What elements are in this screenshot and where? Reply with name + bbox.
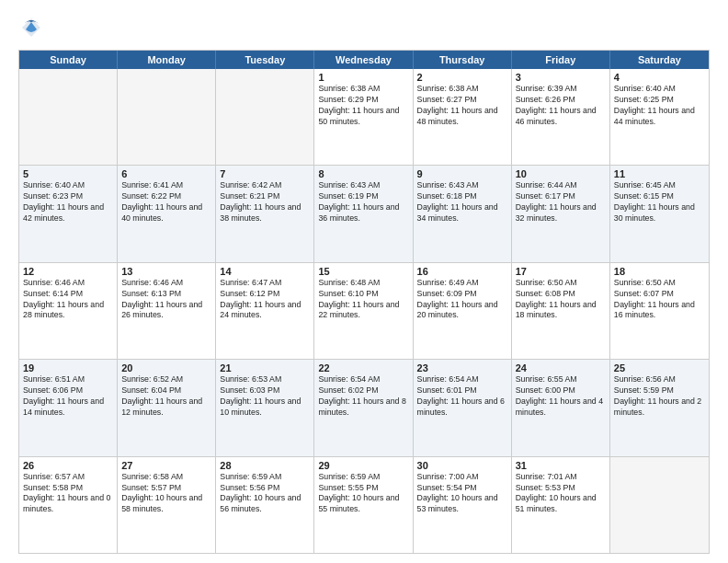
cell-info: Sunrise: 6:46 AM Sunset: 6:13 PM Dayligh… — [121, 278, 211, 322]
calendar-cell-29: 29Sunrise: 6:59 AM Sunset: 5:55 PM Dayli… — [314, 457, 413, 553]
calendar-cell-20: 20Sunrise: 6:52 AM Sunset: 6:04 PM Dayli… — [118, 360, 216, 455]
header-day-tuesday: Tuesday — [216, 51, 314, 69]
logo-icon — [18, 15, 44, 40]
day-number: 18 — [614, 266, 705, 277]
cell-info: Sunrise: 6:41 AM Sunset: 6:22 PM Dayligh… — [121, 180, 211, 224]
cell-info: Sunrise: 6:44 AM Sunset: 6:17 PM Dayligh… — [516, 180, 606, 224]
cell-info: Sunrise: 6:49 AM Sunset: 6:09 PM Dayligh… — [417, 278, 507, 322]
calendar-cell-27: 27Sunrise: 6:58 AM Sunset: 5:57 PM Dayli… — [118, 457, 216, 553]
day-number: 22 — [318, 362, 408, 373]
calendar-cell-7: 7Sunrise: 6:42 AM Sunset: 6:21 PM Daylig… — [216, 166, 314, 261]
day-number: 12 — [23, 266, 113, 277]
cell-info: Sunrise: 6:54 AM Sunset: 6:01 PM Dayligh… — [417, 374, 507, 419]
calendar-cell-12: 12Sunrise: 6:46 AM Sunset: 6:14 PM Dayli… — [19, 263, 118, 359]
calendar-row-4: 26Sunrise: 6:57 AM Sunset: 5:58 PM Dayli… — [19, 457, 709, 553]
calendar-cell-26: 26Sunrise: 6:57 AM Sunset: 5:58 PM Dayli… — [19, 457, 118, 553]
calendar-cell-30: 30Sunrise: 7:00 AM Sunset: 5:54 PM Dayli… — [414, 457, 512, 553]
day-number: 9 — [417, 168, 507, 179]
calendar-header: SundayMondayTuesdayWednesdayThursdayFrid… — [19, 51, 709, 69]
day-number: 16 — [417, 266, 507, 277]
calendar-row-0: 1Sunrise: 6:38 AM Sunset: 6:29 PM Daylig… — [19, 69, 709, 166]
cell-info: Sunrise: 6:46 AM Sunset: 6:14 PM Dayligh… — [23, 278, 113, 322]
day-number: 27 — [121, 460, 211, 471]
day-number: 29 — [318, 460, 408, 471]
calendar-cell-empty-4-6 — [610, 457, 709, 553]
cell-info: Sunrise: 6:48 AM Sunset: 6:10 PM Dayligh… — [318, 278, 408, 322]
cell-info: Sunrise: 6:38 AM Sunset: 6:27 PM Dayligh… — [417, 84, 507, 128]
day-number: 15 — [318, 266, 408, 277]
day-number: 10 — [516, 168, 606, 179]
calendar-row-1: 5Sunrise: 6:40 AM Sunset: 6:23 PM Daylig… — [19, 166, 709, 262]
day-number: 7 — [220, 168, 310, 179]
day-number: 5 — [23, 168, 113, 179]
calendar-cell-28: 28Sunrise: 6:59 AM Sunset: 5:56 PM Dayli… — [216, 457, 314, 553]
day-number: 14 — [220, 266, 310, 277]
cell-info: Sunrise: 6:54 AM Sunset: 6:02 PM Dayligh… — [318, 374, 408, 419]
calendar-row-3: 19Sunrise: 6:51 AM Sunset: 6:06 PM Dayli… — [19, 360, 709, 456]
calendar-cell-31: 31Sunrise: 7:01 AM Sunset: 5:53 PM Dayli… — [512, 457, 610, 553]
header-day-wednesday: Wednesday — [314, 51, 413, 69]
cell-info: Sunrise: 6:50 AM Sunset: 6:08 PM Dayligh… — [516, 278, 606, 322]
calendar-cell-6: 6Sunrise: 6:41 AM Sunset: 6:22 PM Daylig… — [118, 166, 216, 261]
cell-info: Sunrise: 6:55 AM Sunset: 6:00 PM Dayligh… — [516, 374, 606, 419]
cell-info: Sunrise: 6:47 AM Sunset: 6:12 PM Dayligh… — [220, 278, 310, 322]
header-day-saturday: Saturday — [610, 51, 709, 69]
calendar-cell-empty-0-2 — [216, 69, 314, 165]
calendar-cell-10: 10Sunrise: 6:44 AM Sunset: 6:17 PM Dayli… — [512, 166, 610, 261]
calendar-cell-empty-0-0 — [19, 69, 118, 165]
day-number: 28 — [220, 460, 310, 471]
day-number: 6 — [121, 168, 211, 179]
cell-info: Sunrise: 6:45 AM Sunset: 6:15 PM Dayligh… — [614, 180, 705, 224]
calendar-cell-15: 15Sunrise: 6:48 AM Sunset: 6:10 PM Dayli… — [314, 263, 413, 359]
calendar-row-2: 12Sunrise: 6:46 AM Sunset: 6:14 PM Dayli… — [19, 263, 709, 360]
day-number: 3 — [516, 72, 606, 83]
calendar-cell-9: 9Sunrise: 6:43 AM Sunset: 6:18 PM Daylig… — [414, 166, 512, 261]
cell-info: Sunrise: 6:40 AM Sunset: 6:23 PM Dayligh… — [23, 180, 113, 224]
header-day-sunday: Sunday — [19, 51, 118, 69]
cell-info: Sunrise: 6:56 AM Sunset: 5:59 PM Dayligh… — [614, 374, 705, 419]
day-number: 2 — [417, 72, 507, 83]
day-number: 25 — [614, 362, 705, 373]
day-number: 23 — [417, 362, 507, 373]
cell-info: Sunrise: 6:59 AM Sunset: 5:55 PM Dayligh… — [318, 472, 408, 516]
calendar-cell-3: 3Sunrise: 6:39 AM Sunset: 6:26 PM Daylig… — [512, 69, 610, 165]
calendar-cell-11: 11Sunrise: 6:45 AM Sunset: 6:15 PM Dayli… — [610, 166, 709, 261]
calendar-cell-17: 17Sunrise: 6:50 AM Sunset: 6:08 PM Dayli… — [512, 263, 610, 359]
header-day-monday: Monday — [118, 51, 216, 69]
cell-info: Sunrise: 7:00 AM Sunset: 5:54 PM Dayligh… — [417, 472, 507, 516]
day-number: 20 — [121, 362, 211, 373]
calendar-cell-4: 4Sunrise: 6:40 AM Sunset: 6:25 PM Daylig… — [610, 69, 709, 165]
calendar-cell-5: 5Sunrise: 6:40 AM Sunset: 6:23 PM Daylig… — [19, 166, 118, 261]
day-number: 21 — [220, 362, 310, 373]
logo — [18, 15, 48, 40]
header-day-friday: Friday — [512, 51, 610, 69]
cell-info: Sunrise: 6:50 AM Sunset: 6:07 PM Dayligh… — [614, 278, 705, 322]
cell-info: Sunrise: 6:43 AM Sunset: 6:18 PM Dayligh… — [417, 180, 507, 224]
cell-info: Sunrise: 6:40 AM Sunset: 6:25 PM Dayligh… — [614, 84, 705, 128]
calendar-cell-1: 1Sunrise: 6:38 AM Sunset: 6:29 PM Daylig… — [314, 69, 413, 165]
day-number: 31 — [516, 460, 606, 471]
day-number: 11 — [614, 168, 705, 179]
calendar-cell-8: 8Sunrise: 6:43 AM Sunset: 6:19 PM Daylig… — [314, 166, 413, 261]
calendar-cell-2: 2Sunrise: 6:38 AM Sunset: 6:27 PM Daylig… — [414, 69, 512, 165]
header-day-thursday: Thursday — [414, 51, 512, 69]
day-number: 4 — [614, 72, 705, 83]
calendar-cell-25: 25Sunrise: 6:56 AM Sunset: 5:59 PM Dayli… — [610, 360, 709, 455]
day-number: 30 — [417, 460, 507, 471]
calendar-cell-22: 22Sunrise: 6:54 AM Sunset: 6:02 PM Dayli… — [314, 360, 413, 455]
cell-info: Sunrise: 6:39 AM Sunset: 6:26 PM Dayligh… — [516, 84, 606, 128]
cell-info: Sunrise: 6:57 AM Sunset: 5:58 PM Dayligh… — [23, 472, 113, 516]
cell-info: Sunrise: 6:53 AM Sunset: 6:03 PM Dayligh… — [220, 374, 310, 419]
cell-info: Sunrise: 6:43 AM Sunset: 6:19 PM Dayligh… — [318, 180, 408, 224]
page-header — [18, 15, 710, 40]
calendar-cell-19: 19Sunrise: 6:51 AM Sunset: 6:06 PM Dayli… — [19, 360, 118, 455]
calendar-cell-21: 21Sunrise: 6:53 AM Sunset: 6:03 PM Dayli… — [216, 360, 314, 455]
calendar-cell-18: 18Sunrise: 6:50 AM Sunset: 6:07 PM Dayli… — [610, 263, 709, 359]
day-number: 1 — [318, 72, 408, 83]
calendar-cell-14: 14Sunrise: 6:47 AM Sunset: 6:12 PM Dayli… — [216, 263, 314, 359]
day-number: 24 — [516, 362, 606, 373]
cell-info: Sunrise: 6:52 AM Sunset: 6:04 PM Dayligh… — [121, 374, 211, 419]
cell-info: Sunrise: 6:58 AM Sunset: 5:57 PM Dayligh… — [121, 472, 211, 516]
calendar-body: 1Sunrise: 6:38 AM Sunset: 6:29 PM Daylig… — [19, 69, 709, 553]
calendar-cell-23: 23Sunrise: 6:54 AM Sunset: 6:01 PM Dayli… — [414, 360, 512, 455]
